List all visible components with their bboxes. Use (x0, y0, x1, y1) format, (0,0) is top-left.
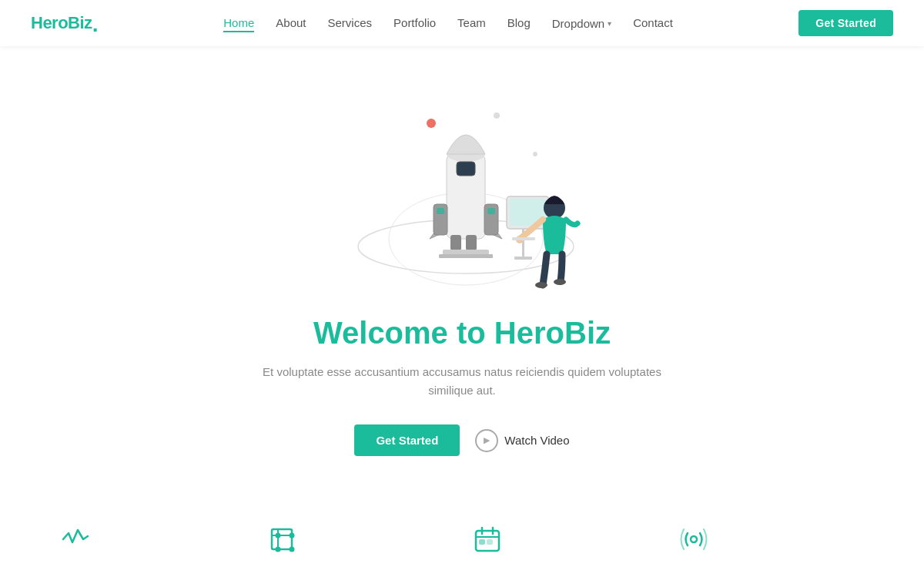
svg-rect-9 (466, 235, 477, 250)
svg-rect-17 (514, 257, 532, 260)
logo-text: HeroBiz (31, 13, 92, 32)
chevron-down-icon: ▾ (608, 19, 611, 28)
nav-link-blog[interactable]: Blog (507, 16, 531, 29)
svg-rect-24 (512, 237, 535, 240)
nav-cta-button[interactable]: Get Started (798, 10, 893, 36)
nav-item-dropdown[interactable]: Dropdown ▾ (552, 17, 611, 30)
calendar-icon (474, 525, 657, 559)
hero-section: Welcome to HeroBiz Et voluptate esse acc… (0, 46, 924, 502)
nav-dropdown[interactable]: Dropdown ▾ (552, 17, 611, 30)
feature-card-1: Lorem Ipsum Voluptatum deleniti atque co… (62, 525, 245, 567)
svg-point-29 (290, 534, 293, 538)
play-icon: ▶ (475, 429, 498, 452)
broadcast-icon (680, 525, 863, 559)
svg-rect-12 (437, 208, 444, 214)
nav-dropdown-label: Dropdown (552, 17, 604, 30)
hero-title: Welcome to HeroBiz (313, 316, 611, 351)
nav-item-about[interactable]: About (276, 16, 306, 30)
hero-title-prefix: Welcome to (313, 316, 494, 350)
nav-item-contact[interactable]: Contact (633, 16, 673, 30)
nav-item-team[interactable]: Team (457, 16, 486, 30)
logo: HeroBiz. (31, 13, 98, 33)
svg-point-31 (290, 548, 293, 552)
svg-rect-37 (487, 540, 492, 544)
svg-point-28 (276, 534, 280, 538)
nav-link-about[interactable]: About (276, 16, 306, 29)
nav-links: Home About Services Portfolio Team Blog … (223, 16, 673, 30)
hero-actions: Get Started ▶ Watch Video (354, 424, 569, 456)
svg-rect-15 (439, 254, 493, 258)
svg-rect-7 (457, 162, 475, 176)
svg-point-4 (533, 152, 537, 156)
feature-card-2: Sed ut perspici Duis aute irure dolor in… (268, 525, 451, 567)
navbar: HeroBiz. Home About Services Portfolio T… (0, 0, 924, 46)
svg-rect-36 (480, 540, 484, 544)
svg-point-3 (494, 112, 500, 119)
nav-link-services[interactable]: Services (328, 16, 373, 29)
features-section: Lorem Ipsum Voluptatum deleniti atque co… (0, 502, 924, 567)
hero-illustration (316, 77, 608, 293)
watch-video-label: Watch Video (504, 434, 569, 447)
nav-item-blog[interactable]: Blog (507, 16, 531, 30)
svg-point-2 (427, 119, 436, 128)
nav-item-home[interactable]: Home (223, 16, 254, 30)
frame-icon (268, 525, 451, 559)
svg-point-30 (276, 548, 280, 552)
nav-link-home[interactable]: Home (223, 16, 254, 32)
svg-rect-25 (272, 529, 292, 549)
svg-point-38 (691, 536, 697, 542)
svg-rect-8 (450, 235, 461, 250)
svg-rect-13 (487, 208, 495, 214)
feature-card-3: Magni Dolores Excepteur sint occaecat cu… (474, 525, 657, 567)
hero-get-started-button[interactable]: Get Started (354, 424, 460, 456)
hero-title-brand: HeroBiz (494, 316, 611, 350)
svg-point-22 (554, 279, 566, 285)
nav-link-portfolio[interactable]: Portfolio (393, 16, 436, 29)
watch-video-button[interactable]: ▶ Watch Video (475, 429, 569, 452)
nav-link-contact[interactable]: Contact (633, 16, 673, 29)
svg-point-21 (535, 282, 547, 288)
hero-subtitle: Et voluptate esse accusantium accusamus … (246, 363, 678, 400)
activity-icon (62, 525, 245, 559)
nav-item-portfolio[interactable]: Portfolio (393, 16, 436, 30)
nav-link-team[interactable]: Team (457, 16, 486, 29)
feature-card-4: Nemo Enim At vero eos et accusamus et iu… (680, 525, 863, 567)
logo-dot: . (92, 12, 98, 36)
nav-item-services[interactable]: Services (328, 16, 373, 30)
